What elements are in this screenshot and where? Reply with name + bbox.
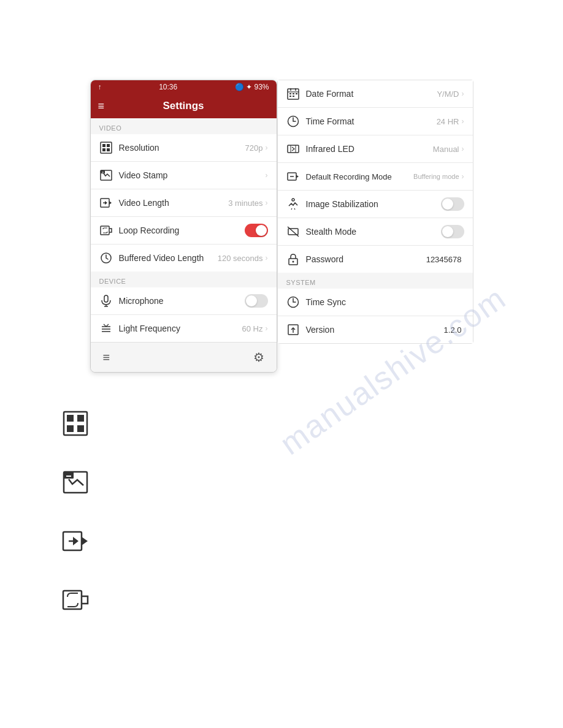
- version-value: 1.2.0: [444, 325, 462, 335]
- password-item[interactable]: Password 12345678: [278, 246, 473, 273]
- video-length-item[interactable]: Video Length 3 minutes ›: [91, 189, 277, 217]
- right-panel: Date Format Y/M/D › Time Format 24 HR ›: [277, 80, 473, 344]
- system-settings-list: Time Sync Version 1.2.0: [278, 289, 473, 343]
- infrared-led-chevron: ›: [462, 145, 464, 153]
- video-length-label: Video Length: [119, 198, 229, 208]
- date-format-label: Date Format: [306, 89, 437, 99]
- large-resolution-icon: [61, 409, 90, 438]
- section-header-device: DEVICE: [91, 271, 277, 287]
- svg-rect-4: [107, 148, 110, 151]
- video-stamp-chevron: ›: [266, 171, 268, 180]
- video-length-value: 3 minutes: [228, 199, 262, 208]
- video-stamp-icon: [99, 169, 113, 182]
- large-video-length-icon: [61, 527, 90, 555]
- password-value: 12345678: [426, 255, 462, 264]
- time-format-chevron: ›: [462, 117, 464, 126]
- svg-rect-44: [67, 415, 74, 422]
- microphone-icon: [99, 294, 113, 308]
- svg-rect-47: [77, 425, 84, 432]
- svg-rect-3: [102, 148, 105, 151]
- video-length-icon: [99, 196, 113, 210]
- svg-rect-29: [288, 145, 299, 153]
- date-format-item[interactable]: Date Format Y/M/D ›: [278, 80, 473, 108]
- bottom-gear-icon[interactable]: ⚙: [253, 350, 264, 365]
- default-recording-mode-label: Default Recording Mode: [306, 172, 414, 181]
- header-title: Settings: [163, 100, 204, 112]
- svg-rect-27: [293, 96, 294, 97]
- svg-rect-25: [296, 93, 297, 94]
- svg-rect-13: [104, 295, 108, 302]
- page-container: manualshive.com ↑ 10:36 🔵 ✦ 93% ≡ Settin…: [0, 0, 563, 728]
- resolution-icon: [99, 141, 113, 154]
- time-format-value: 24 HR: [437, 117, 459, 126]
- svg-rect-11: [101, 226, 109, 235]
- image-stabilization-toggle[interactable]: [441, 197, 464, 211]
- section-header-system: SYSTEM: [278, 273, 473, 289]
- status-bar: ↑ 10:36 🔵 ✦ 93%: [91, 80, 277, 94]
- video-settings-list: Resolution 720p ›: [91, 134, 277, 271]
- buffered-video-length-chevron: ›: [266, 254, 268, 262]
- resolution-chevron: ›: [266, 143, 268, 152]
- date-format-icon: [286, 87, 300, 100]
- svg-point-35: [292, 199, 294, 201]
- video-stamp-item[interactable]: Video Stamp ›: [91, 162, 277, 189]
- buffered-video-length-value: 120 seconds: [218, 254, 263, 263]
- loop-recording-icon: [99, 224, 113, 237]
- large-icons-area: [0, 409, 563, 614]
- default-recording-mode-item[interactable]: Default Recording Mode Buffering mode ›: [278, 163, 473, 191]
- phone-area: ↑ 10:36 🔵 ✦ 93% ≡ Settings VIDEO: [90, 80, 473, 373]
- loop-recording-label: Loop Recording: [119, 226, 245, 235]
- hamburger-icon[interactable]: ≡: [98, 100, 105, 113]
- svg-rect-0: [101, 142, 112, 153]
- stealth-mode-label: Stealth Mode: [306, 227, 441, 237]
- light-frequency-item[interactable]: Light Frequency 60 Hz ›: [91, 315, 277, 342]
- loop-recording-item[interactable]: Loop Recording: [91, 217, 277, 245]
- image-stabilization-item[interactable]: Image Stabilization: [278, 191, 473, 218]
- svg-rect-1: [102, 144, 105, 147]
- buffered-video-length-item[interactable]: Buffered Video Length 120 seconds ›: [91, 245, 277, 271]
- microphone-label: Microphone: [119, 296, 245, 306]
- image-stabilization-icon: [286, 197, 300, 211]
- time-format-label: Time Format: [306, 116, 437, 126]
- video-length-chevron: ›: [266, 199, 268, 207]
- loop-recording-toggle[interactable]: [245, 224, 268, 237]
- microphone-item[interactable]: Microphone: [91, 287, 277, 315]
- password-icon: [286, 252, 300, 266]
- infrared-led-item[interactable]: Infrared LED Manual ›: [278, 135, 473, 163]
- resolution-value: 720p: [245, 143, 263, 153]
- password-label: Password: [306, 254, 426, 264]
- section-header-video: VIDEO: [91, 118, 277, 134]
- resolution-item[interactable]: Resolution 720p ›: [91, 134, 277, 162]
- default-recording-mode-icon: [286, 170, 300, 183]
- svg-marker-51: [82, 537, 88, 545]
- time-format-item[interactable]: Time Format 24 HR ›: [278, 108, 473, 135]
- resolution-label: Resolution: [119, 143, 245, 153]
- time-sync-item[interactable]: Time Sync: [278, 289, 473, 316]
- infrared-led-label: Infrared LED: [306, 144, 433, 154]
- svg-rect-46: [67, 425, 74, 432]
- video-stamp-label: Video Stamp: [119, 170, 266, 180]
- bottom-menu-icon[interactable]: ≡: [103, 351, 110, 365]
- right-settings-list: Date Format Y/M/D › Time Format 24 HR ›: [278, 80, 473, 273]
- large-video-stamp-icon: [61, 468, 90, 496]
- image-stabilization-label: Image Stabilization: [306, 199, 441, 209]
- infrared-led-icon: [286, 142, 300, 156]
- default-recording-mode-chevron: ›: [462, 172, 464, 181]
- svg-marker-10: [105, 201, 107, 205]
- svg-rect-24: [293, 93, 294, 94]
- light-frequency-value: 60 Hz: [242, 324, 263, 333]
- svg-rect-2: [107, 144, 110, 147]
- light-frequency-chevron: ›: [266, 324, 268, 333]
- phone-body: VIDEO Resolution: [91, 118, 277, 342]
- stealth-mode-toggle[interactable]: [441, 225, 464, 238]
- time-sync-icon: [286, 295, 300, 309]
- microphone-toggle[interactable]: [245, 294, 268, 308]
- stealth-mode-item[interactable]: Stealth Mode: [278, 218, 473, 246]
- light-frequency-label: Light Frequency: [119, 324, 242, 333]
- time-sync-label: Time Sync: [306, 297, 464, 307]
- phone-mockup: ↑ 10:36 🔵 ✦ 93% ≡ Settings VIDEO: [90, 80, 277, 373]
- version-label: Version: [306, 325, 444, 335]
- date-format-value: Y/M/D: [437, 89, 459, 99]
- light-frequency-icon: [99, 322, 113, 335]
- time-format-icon: [286, 115, 300, 128]
